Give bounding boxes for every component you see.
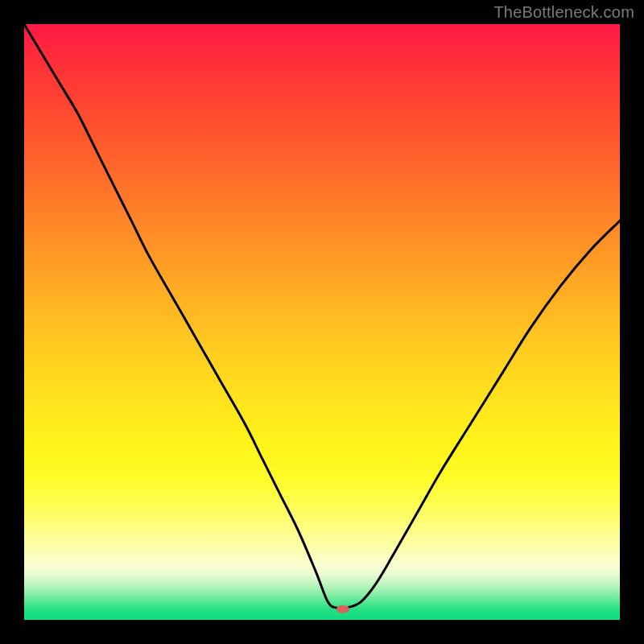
- gradient-background: [24, 24, 620, 620]
- chart-plot: [24, 24, 620, 620]
- chart-frame: TheBottleneck.com: [0, 0, 644, 644]
- watermark-text: TheBottleneck.com: [493, 3, 634, 22]
- chart-svg: [24, 24, 620, 620]
- minimum-marker: [336, 605, 349, 613]
